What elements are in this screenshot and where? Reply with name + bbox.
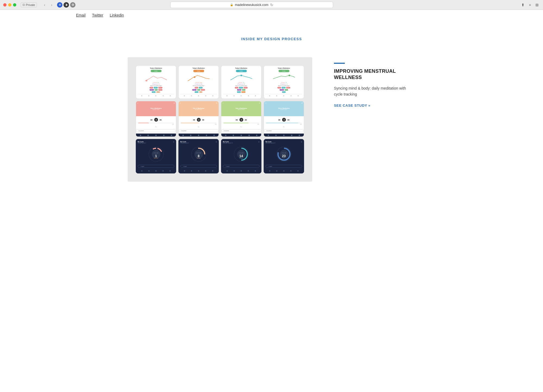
- cycle-circle-2: CYCLE DAY 8 Follicular: [180, 145, 217, 164]
- svg-point-1: [194, 76, 195, 78]
- completed-btn-4[interactable]: Completed: [264, 129, 304, 132]
- player-card-4: ☆ ✕ Title of Meditation By Author Name ⏮…: [264, 101, 304, 137]
- player-header-4: ☆ ✕ Title of Meditation By Author Name: [264, 101, 304, 116]
- next-btn-1[interactable]: ⏭: [160, 119, 162, 121]
- close-icon-2[interactable]: ✕: [216, 102, 217, 104]
- completed-btn-3[interactable]: Completed: [221, 129, 261, 132]
- address-bar[interactable]: 🔒 madelinewukusick.com ↻: [170, 2, 333, 8]
- play-btn-3[interactable]: ⏸: [239, 118, 243, 122]
- player-controls-3: ⏮ ⏸ ⏭: [221, 118, 261, 122]
- star-icon-2: ☆: [180, 102, 181, 104]
- play-btn-4[interactable]: ⏸: [282, 118, 286, 122]
- next-btn-4[interactable]: ⏭: [288, 119, 290, 121]
- player-card-1: ☆ ✕ Title of Meditation By Author Name ⏮…: [136, 101, 176, 137]
- url-text: madelinewukusick.com: [235, 3, 268, 7]
- ext-icon-1: ⊕: [57, 2, 62, 8]
- card-title-3: Today's Meditation: [223, 67, 260, 69]
- email-link[interactable]: Email: [76, 13, 86, 17]
- prev-btn-3[interactable]: ⏮: [236, 119, 238, 121]
- progress-bar-3: [223, 123, 259, 123]
- reload-icon-2: ↻: [179, 126, 219, 128]
- player-card-2: ☆ ✕ Title of Meditation By Author Name ⏮…: [178, 101, 219, 137]
- twitter-link[interactable]: Twitter: [92, 13, 103, 17]
- player-bottom-nav-4: [264, 133, 304, 137]
- legend-7: ● Estrogen: Teal: [266, 82, 302, 83]
- feeling-row-4: How are you feeling today?: [266, 85, 302, 86]
- card-title-4: Today's Meditation: [266, 67, 302, 69]
- reload-icon-1: ↻: [136, 126, 176, 128]
- close-icon-3[interactable]: ✕: [259, 102, 260, 104]
- mood-pills-1: Bloat Stress Breast: [138, 87, 174, 88]
- chart-area-2: [180, 73, 217, 81]
- extension-icons: ⊕ ◑ ✿: [57, 2, 75, 8]
- bottom-nav-4: [266, 94, 302, 97]
- cycle-close-4[interactable]: ✕: [301, 141, 302, 143]
- listen-btn-3[interactable]: Listen: [236, 70, 247, 72]
- linkedin-link[interactable]: Linkedin: [110, 13, 124, 17]
- cycle-card-header-3: My Cycle Wednesday, September 14 ✕: [223, 141, 260, 144]
- prev-btn-1[interactable]: ⏮: [150, 119, 153, 121]
- play-btn-2[interactable]: ⏸: [197, 118, 201, 122]
- ext-icon-3: ✿: [70, 2, 75, 8]
- cycle-close-3[interactable]: ✕: [258, 141, 260, 143]
- legend-1: ● Estrogen: Kale: [138, 82, 174, 83]
- legend-3: ● Estrogen: Orange: [180, 82, 217, 83]
- prev-btn-2[interactable]: ⏮: [193, 119, 195, 121]
- refresh-icon[interactable]: ↻: [270, 3, 273, 7]
- player-bottom-nav-1: [136, 133, 176, 137]
- meditation-card-3: Today's Meditation Listen ● Estrogen: Te…: [221, 65, 261, 99]
- listen-btn-2[interactable]: Listen: [193, 70, 204, 72]
- chart-area-1: [138, 73, 174, 81]
- back-button[interactable]: ‹: [41, 2, 48, 8]
- legend-6: ● Progesterone: Kale: [223, 84, 260, 85]
- minimize-button[interactable]: [8, 3, 11, 7]
- legend-5: ● Estrogen: Teal: [223, 82, 260, 83]
- player-author-4: By Author Name: [280, 109, 287, 110]
- fullscreen-button[interactable]: [13, 3, 16, 7]
- cycle-bottom-nav-3: [223, 169, 260, 172]
- close-icon-4[interactable]: ✕: [301, 102, 303, 104]
- case-study-link[interactable]: SEE CASE STUDY »: [334, 103, 370, 108]
- section-heading: INSIDE MY DESIGN PROCESS: [241, 37, 302, 41]
- completed-btn-1[interactable]: Completed: [136, 129, 176, 132]
- listen-btn-1[interactable]: Listen: [151, 70, 162, 72]
- share-icon[interactable]: ⬆: [520, 2, 526, 8]
- logged-btn-4[interactable]: Logged: [266, 165, 302, 168]
- cycle-date-2: Thursday, September 8: [180, 143, 189, 144]
- close-button[interactable]: [3, 3, 7, 7]
- cycle-circle-3: CYCLE DAY 14 Ovulation: [223, 145, 260, 164]
- listen-btn-4[interactable]: Listen: [279, 70, 289, 72]
- logged-btn-2[interactable]: Logged: [180, 165, 217, 168]
- next-btn-3[interactable]: ⏭: [245, 119, 247, 121]
- star-icon-3: ☆: [222, 102, 224, 104]
- svg-point-0: [146, 80, 147, 81]
- ext-icon-2: ◑: [64, 2, 69, 8]
- card-title-1: Today's Meditation: [138, 67, 174, 69]
- player-time-1: 3:00: [136, 124, 176, 125]
- cycle-close-1[interactable]: ✕: [173, 141, 174, 143]
- grid-icon[interactable]: ⊞: [534, 2, 540, 8]
- player-controls-2: ⏮ ⏸ ⏭: [179, 118, 219, 122]
- project-title: IMPROVING MENSTRUAL WELLNESS: [334, 68, 415, 81]
- player-controls-1: ⏮ ⏸ ⏭: [136, 118, 176, 122]
- next-btn-2[interactable]: ⏭: [202, 119, 204, 121]
- forward-button[interactable]: ›: [48, 2, 55, 8]
- new-tab-icon[interactable]: +: [527, 2, 533, 8]
- cycle-card-3: My Cycle Wednesday, September 14 ✕: [221, 139, 261, 173]
- lock-icon: 🔒: [230, 3, 233, 6]
- play-btn-1[interactable]: ⏸: [154, 118, 158, 122]
- cycle-close-2[interactable]: ✕: [216, 141, 217, 143]
- completed-btn-2[interactable]: Completed: [179, 129, 219, 132]
- logged-btn-3[interactable]: Logged: [223, 165, 260, 168]
- cycle-card-4: My Cycle Wednesday, September 23 ✕: [264, 139, 304, 173]
- meditation-card-2: Today's Meditation Listen ● Estrogen: Or…: [178, 65, 219, 99]
- design-process-section: INSIDE MY DESIGN PROCESS: [0, 21, 543, 52]
- private-label: ⊡ Private: [21, 2, 37, 7]
- logged-btn-1[interactable]: Logged: [138, 165, 174, 168]
- main-content: Today's Meditation Listen ● Estrogen: Ka…: [0, 52, 543, 187]
- reload-icon-4: ↻: [264, 126, 304, 128]
- close-icon-1[interactable]: ✕: [173, 102, 175, 104]
- prev-btn-4[interactable]: ⏮: [278, 119, 280, 121]
- feeling-row-3: How are you feeling today?: [223, 85, 260, 86]
- screenshots-container: Today's Meditation Listen ● Estrogen: Ka…: [128, 57, 312, 182]
